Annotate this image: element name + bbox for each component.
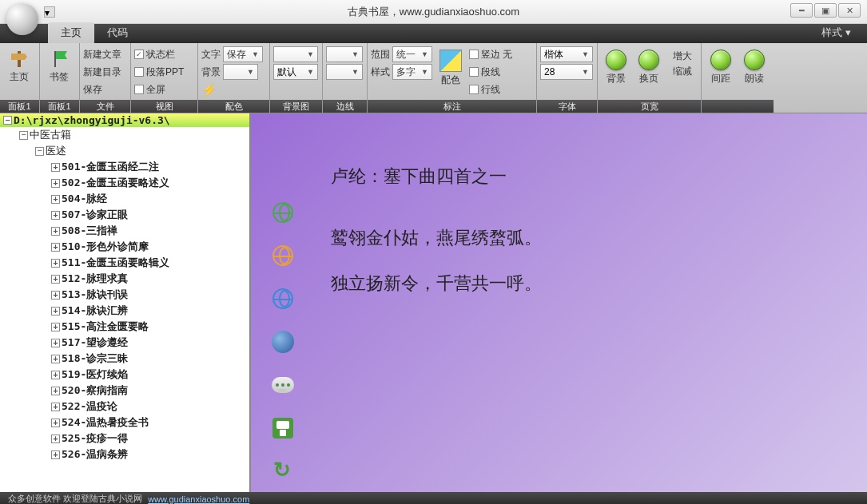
new-dir-button[interactable]: 新建目录	[83, 64, 121, 80]
border-combo1[interactable]: ▼	[326, 46, 363, 62]
bg-orb-button[interactable]: 背景	[601, 46, 631, 89]
tree-item[interactable]: +522-温疫论	[0, 399, 249, 415]
window-title: 古典书屋，www.gudianxiaoshuo.com	[348, 5, 519, 19]
chat-icon[interactable]	[272, 374, 294, 396]
vert-check[interactable]: 竖边 无	[469, 46, 512, 62]
globe-blue-icon[interactable]	[272, 288, 294, 310]
expand-icon[interactable]: +	[51, 291, 60, 300]
poem-title: 卢纶：塞下曲四首之一	[331, 153, 542, 199]
expand-icon[interactable]: +	[51, 403, 60, 411]
min-button[interactable]: ━	[790, 3, 813, 18]
tree-item[interactable]: +508-三指禅	[0, 223, 249, 239]
bgimg-combo1[interactable]: ▼	[273, 46, 318, 62]
statusbar-check[interactable]: ✓状态栏	[134, 46, 184, 62]
status-bar: 众多创意软件 欢迎登陆古典小说网 www.gudianxiaoshuo.com	[0, 492, 867, 504]
tree-item[interactable]: +514-脉诀汇辨	[0, 303, 249, 319]
spacing-button[interactable]: 间距	[705, 46, 737, 89]
scope-combo[interactable]: 统一▼	[392, 46, 432, 62]
orb-icon	[710, 50, 731, 70]
segline-check[interactable]: 段线	[469, 64, 512, 80]
tree-item[interactable]: +517-望诊遵经	[0, 335, 249, 351]
expand-icon[interactable]: +	[51, 259, 60, 268]
qat-btn[interactable]: ▾	[44, 6, 55, 18]
fullscreen-check[interactable]: 全屏	[134, 81, 184, 97]
expand-icon[interactable]: +	[51, 307, 60, 315]
tree-item[interactable]: +515-高注金匮要略	[0, 319, 249, 335]
tree-item[interactable]: +520-察病指南	[0, 383, 249, 399]
expand-icon[interactable]: +	[51, 227, 60, 236]
tab-style[interactable]: 样式 ▾	[815, 22, 857, 43]
tree-item[interactable]: +519-医灯续焰	[0, 367, 249, 383]
font-combo[interactable]: 楷体▼	[540, 46, 593, 62]
tree-item[interactable]: +512-脉理求真	[0, 271, 249, 287]
text-save-combo[interactable]: 保存▼	[223, 46, 263, 62]
status-link[interactable]: www.gudianxiaoshuo.com	[148, 494, 249, 504]
signpost-icon	[10, 50, 29, 69]
flag-icon	[50, 50, 69, 69]
expand-icon[interactable]: −	[3, 116, 12, 125]
flip-orb-button[interactable]: 换页	[634, 46, 664, 89]
orb-icon	[606, 50, 626, 70]
save-button[interactable]: 保存	[83, 81, 121, 97]
tree-item[interactable]: +525-疫疹一得	[0, 431, 249, 446]
expand-icon[interactable]: +	[51, 163, 60, 172]
app-orb[interactable]	[6, 3, 38, 35]
content-area: 卢纶：塞下曲四首之一 鹫翎金仆姑，燕尾绣蝥弧。 独立扬新令，千营共一呼。	[251, 113, 867, 492]
tree-item[interactable]: +513-脉诀刊误	[0, 287, 249, 303]
save-icon[interactable]	[272, 417, 294, 439]
tree-item[interactable]: +524-温热暑疫全书	[0, 415, 249, 431]
new-article-button[interactable]: 新建文章	[83, 46, 121, 62]
tab-home[interactable]: 主页	[48, 22, 94, 43]
poem-line: 鹫翎金仆姑，燕尾绣蝥弧。	[331, 215, 542, 260]
color-button[interactable]: 配色	[435, 46, 467, 90]
style-combo[interactable]: 多字▼	[392, 64, 432, 80]
read-button[interactable]: 朗读	[739, 46, 771, 89]
para-ppt-check[interactable]: 段落PPT	[134, 64, 184, 80]
expand-icon[interactable]: +	[51, 450, 60, 459]
size-combo[interactable]: 28▼	[540, 64, 593, 80]
orb-icon	[744, 50, 765, 70]
tree-item[interactable]: +510-形色外诊简摩	[0, 239, 249, 255]
expand-icon[interactable]: +	[51, 195, 60, 204]
tree-item[interactable]: +511-金匮玉函要略辑义	[0, 255, 249, 271]
globe-green-icon[interactable]	[272, 201, 294, 224]
tree-item[interactable]: +507-诊家正眼	[0, 207, 249, 223]
bg-combo[interactable]: ▼	[223, 64, 258, 80]
tree-item[interactable]: +518-诊宗三昧	[0, 351, 249, 367]
bgimg-combo2[interactable]: 默认▼	[273, 64, 318, 80]
expand-icon[interactable]: −	[35, 147, 44, 156]
globe-orange-icon[interactable]	[272, 244, 294, 267]
tree-item[interactable]: +504-脉经	[0, 191, 249, 207]
max-button[interactable]: ▣	[814, 3, 837, 18]
orb-icon	[638, 50, 659, 70]
bolt-icon[interactable]: ⚡	[201, 81, 263, 97]
expand-icon[interactable]: +	[51, 211, 60, 220]
zoom-button[interactable]: 增大缩减	[667, 46, 698, 81]
tree-item[interactable]: +502-金匮玉函要略述义	[0, 175, 249, 191]
expand-icon[interactable]: +	[51, 419, 60, 427]
file-tree[interactable]: −D:\rjxz\zhongyiguji-v6.3\ −中医古籍 −医述 +50…	[0, 113, 249, 492]
expand-icon[interactable]: +	[51, 371, 60, 379]
expand-icon[interactable]: +	[51, 179, 60, 188]
border-combo2[interactable]: ▼	[326, 64, 363, 80]
expand-icon[interactable]: +	[51, 339, 60, 347]
tab-code[interactable]: 代码	[94, 22, 141, 43]
tree-item[interactable]: +501-金匮玉函经二注	[0, 159, 249, 175]
expand-icon[interactable]: +	[51, 243, 60, 252]
expand-icon[interactable]: +	[51, 275, 60, 284]
expand-icon[interactable]: +	[51, 387, 60, 395]
close-button[interactable]: ✕	[838, 3, 861, 18]
expand-icon[interactable]: +	[51, 435, 60, 443]
bookmark-button[interactable]: 书签	[43, 46, 75, 87]
refresh-icon[interactable]	[272, 460, 294, 482]
color-swatch-icon	[439, 50, 462, 72]
rowline-check[interactable]: 行线	[469, 81, 512, 97]
expand-icon[interactable]: +	[51, 323, 60, 331]
home-button[interactable]: 主页	[3, 46, 35, 87]
expand-icon[interactable]: −	[19, 131, 28, 140]
speaker-icon[interactable]	[272, 331, 294, 353]
poem-line: 独立扬新令，千营共一呼。	[331, 260, 542, 306]
expand-icon[interactable]: +	[51, 355, 60, 363]
tree-item[interactable]: +526-温病条辨	[0, 446, 249, 462]
